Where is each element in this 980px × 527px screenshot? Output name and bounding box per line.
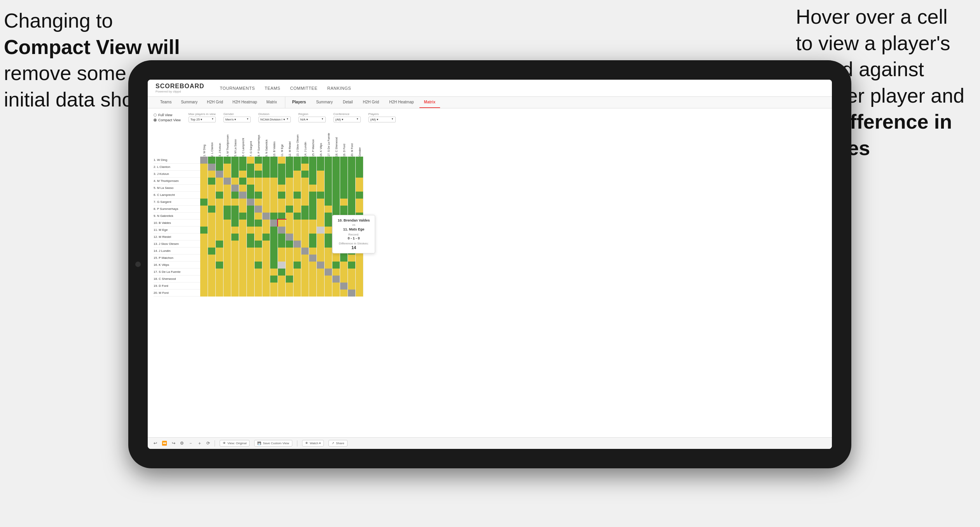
forward-icon[interactable]: ↪ xyxy=(172,441,175,446)
nav-tournaments[interactable]: TOURNAMENTS xyxy=(220,84,255,92)
tab-summary2[interactable]: Summary xyxy=(311,97,337,108)
filter-conference-select[interactable]: (All) ▾ xyxy=(334,117,361,122)
col-header-5: 5. M La Sasso xyxy=(231,126,239,157)
nav-committee[interactable]: COMMITTEE xyxy=(290,84,318,92)
col-header-10: 10. B Valdes xyxy=(270,126,278,157)
view-original-label: View: Original xyxy=(227,441,246,445)
col-header-1: 1. W Ding xyxy=(200,126,208,157)
zoom-in-icon[interactable]: ＋ xyxy=(197,440,202,446)
save-custom-btn[interactable]: 💾 Save Custom View xyxy=(254,440,292,447)
row-label-4: 4. M Thorbjornsen xyxy=(154,178,200,185)
filter-region-select[interactable]: N/A ▾ xyxy=(299,117,326,122)
save-custom-label: Save Custom View xyxy=(263,441,289,445)
tab-players-label[interactable]: Players xyxy=(288,97,311,108)
grid-row-2 xyxy=(200,164,363,171)
filter-players-label: Players xyxy=(369,112,396,116)
filter-max-players: Max players in view Top 25 ▾ xyxy=(189,112,216,122)
nav-teams[interactable]: TEAMS xyxy=(265,84,280,92)
tooltip-record-label: Record: xyxy=(337,233,370,236)
filter-conference: Conference (All) ▾ xyxy=(334,112,361,122)
logo-area: SCOREBOARD Powered by clippd xyxy=(155,83,204,93)
row-label-1: 1. W Ding xyxy=(154,157,200,164)
filter-max-label: Max players in view xyxy=(189,112,216,116)
tab-h2h-heatmap2[interactable]: H2H Heatmap xyxy=(384,97,418,108)
tooltip-vs: vs xyxy=(337,223,370,227)
row-label-9: 9. N Gabrelick xyxy=(154,213,200,220)
grid-row-16 xyxy=(200,262,363,269)
filter-division-select[interactable]: NCAA Division I ▾ xyxy=(259,117,291,122)
save-icon: 💾 xyxy=(257,441,261,445)
toolbar-separator-1 xyxy=(215,440,215,447)
share-label: Share xyxy=(336,441,344,445)
grid-row-20 xyxy=(200,290,363,297)
row-label-11: 11. M Ege xyxy=(154,227,200,234)
col-header-14: 14. J Lundin xyxy=(301,126,309,157)
col-header-20: 20. M Ford xyxy=(348,126,356,157)
compact-view-label: Compact View xyxy=(158,118,181,122)
row-label-14: 14. J Lundin xyxy=(154,248,200,255)
col-header-12: 12. M Riedel xyxy=(286,126,293,157)
row-label-15: 15. P Maichon xyxy=(154,255,200,262)
row-label-5: 5. M La Sasso xyxy=(154,185,200,192)
col-header-3: 3. J Kolvun xyxy=(216,126,224,157)
filter-conference-label: Conference xyxy=(334,112,361,116)
redo-icon[interactable]: ⏪ xyxy=(162,441,167,446)
tab-summary1[interactable]: Summary xyxy=(176,97,202,108)
matrix-container: 1. W Ding 2. L Clanton 3. J Kolvun 4. M … xyxy=(154,126,826,433)
filter-division: Division NCAA Division I ▾ xyxy=(259,112,291,122)
share-icon: ↗ xyxy=(332,441,334,445)
row-labels: 1. W Ding 2. L Clanton 3. J Kolvun 4. M … xyxy=(154,126,200,297)
filter-gender-select[interactable]: Men's ▾ xyxy=(224,117,251,122)
tab-h2h-grid1[interactable]: H2H Grid xyxy=(202,97,228,108)
zoom-out-icon[interactable]: － xyxy=(189,440,193,446)
col-header-16: 16. K Vilips xyxy=(317,126,325,157)
logo-title: SCOREBOARD xyxy=(155,83,204,90)
col-header-7: 7. G Sargent xyxy=(247,126,255,157)
tooltip-record: 0 - 1 - 0 xyxy=(337,236,370,240)
nav-items: TOURNAMENTS TEAMS COMMITTEE RANKINGS xyxy=(220,84,351,92)
nav-rankings[interactable]: RANKINGS xyxy=(327,84,351,92)
full-view-radio[interactable] xyxy=(154,113,157,117)
undo-icon[interactable]: ↩ xyxy=(154,441,157,446)
view-original-btn[interactable]: 👁 View: Original xyxy=(220,440,250,447)
col-header-6: 6. C Lamprecht xyxy=(239,126,247,157)
row-label-19: 19. D Ford xyxy=(154,283,200,290)
compact-view-option[interactable]: Compact View xyxy=(154,118,181,122)
watch-btn[interactable]: 👁 Watch ▾ xyxy=(302,440,324,447)
tooltip-diff-label: Difference in Strokes: xyxy=(337,242,370,245)
row-label-16: 16. K Vilips xyxy=(154,262,200,269)
grid-row-3 xyxy=(200,171,363,178)
row-label-2: 2. L Clanton xyxy=(154,164,200,171)
col-header-9: 9. N Gabrelick xyxy=(262,126,270,157)
filter-max-select[interactable]: Top 25 ▾ xyxy=(189,117,216,122)
cell-tooltip: 10. Brendan Valdes vs 11. Mats Ege Recor… xyxy=(332,215,375,253)
refresh-icon[interactable]: ⟳ xyxy=(206,441,210,446)
tooltip-player2: 11. Mats Ege xyxy=(337,227,370,231)
col-header-2: 2. L Clanton xyxy=(208,126,216,157)
tab-matrix1[interactable]: Matrix xyxy=(262,97,281,108)
col-headers: 1. W Ding 2. L Clanton 3. J Kolvun 4. M … xyxy=(200,126,363,157)
full-view-option[interactable]: Full View xyxy=(154,113,181,117)
settings-icon[interactable]: ⚙ xyxy=(180,441,184,446)
col-header-greater: Greater xyxy=(356,126,363,157)
toolbar-separator-2 xyxy=(297,440,297,447)
tab-h2h-grid2[interactable]: H2H Grid xyxy=(358,97,384,108)
grid-row-6 xyxy=(200,192,363,199)
filter-region: Region N/A ▾ xyxy=(299,112,326,122)
grid-row-1 xyxy=(200,157,363,164)
filter-players-select[interactable]: (All) ▾ xyxy=(369,117,396,122)
tab-matrix2[interactable]: Matrix xyxy=(419,97,440,108)
watch-label: Watch ▾ xyxy=(310,441,321,445)
row-label-18: 18. C Sherwood xyxy=(154,276,200,283)
tab-detail[interactable]: Detail xyxy=(338,97,358,108)
compact-view-radio[interactable] xyxy=(154,119,157,122)
matrix-wrapper: 1. W Ding 2. L Clanton 3. J Kolvun 4. M … xyxy=(154,126,826,297)
tab-teams[interactable]: Teams xyxy=(155,97,176,108)
row-label-7: 7. G Sargent xyxy=(154,199,200,206)
col-header-13: 13. J Skov Olesen xyxy=(293,126,301,157)
share-btn[interactable]: ↗ Share xyxy=(328,440,347,447)
tab-h2h-heatmap1[interactable]: H2H Heatmap xyxy=(228,97,262,108)
watch-icon: 👁 xyxy=(305,441,308,445)
grid-row-17 xyxy=(200,269,363,276)
controls-row: Full View Compact View Max players in vi… xyxy=(154,112,826,122)
